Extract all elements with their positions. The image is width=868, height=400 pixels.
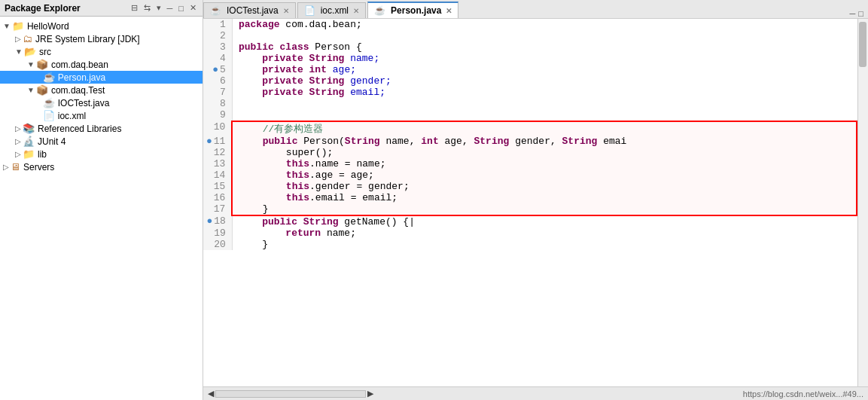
tab-close-btn[interactable]: ✕: [353, 7, 359, 15]
chevron-icon: ▷: [3, 163, 9, 171]
line-number: 19: [203, 227, 232, 239]
code-line-1: 1package com.daq.bean;: [203, 19, 857, 30]
code-line-8: 8: [203, 98, 857, 109]
line-code[interactable]: //有参构造器: [232, 121, 857, 136]
line-code[interactable]: this.age = age;: [232, 169, 857, 181]
code-line-3: 3public class Person {: [203, 41, 857, 53]
tab-ioc[interactable]: 📄ioc.xml✕: [297, 2, 366, 18]
minimize-btn[interactable]: ─: [166, 3, 175, 14]
maximize-editor-btn[interactable]: □: [858, 9, 863, 18]
line-code[interactable]: public String getName() {|: [232, 215, 857, 227]
code-line-2: 2: [203, 30, 857, 41]
code-line-6: 6 private String gender;: [203, 75, 857, 87]
tree-item-com-daq-test[interactable]: ▼📦com.daq.Test: [0, 84, 203, 96]
code-line-17: 17 }: [203, 203, 857, 215]
java-tab-icon: ☕: [210, 5, 221, 16]
tree-item-ioctest-java[interactable]: ☕IOCTest.java: [0, 96, 203, 109]
line-code[interactable]: [232, 109, 857, 121]
token: [239, 147, 285, 158]
editor-panel: ☕IOCTest.java✕📄ioc.xml✕☕Person.java✕ ─ □…: [203, 0, 868, 400]
scroll-left-btn[interactable]: ◀: [208, 389, 214, 398]
tree-item-lib[interactable]: ▷📁lib: [0, 148, 203, 160]
link-with-editor-btn[interactable]: ⇆: [142, 2, 152, 14]
code-line-12: 12 super();: [203, 147, 857, 158]
token: [239, 87, 262, 98]
line-code[interactable]: return name;: [232, 227, 857, 239]
line-number: 4: [203, 53, 232, 64]
chevron-icon: [39, 73, 41, 81]
token: age;: [333, 64, 356, 75]
scroll-right-btn[interactable]: ▶: [367, 389, 373, 398]
minimize-editor-btn[interactable]: ─: [850, 9, 856, 18]
tab-close-btn[interactable]: ✕: [446, 7, 452, 15]
token: getName() {|: [344, 216, 415, 227]
scrollbar-thumb[interactable]: [859, 22, 866, 67]
token: }: [239, 203, 268, 215]
line-number: 12: [203, 147, 232, 158]
tree-item-label: com.daq.bean: [51, 60, 108, 70]
token: return: [285, 227, 327, 239]
line-number: 7: [203, 87, 232, 98]
tree-item-jre[interactable]: ▷🗂JRE System Library [JDK]: [0, 32, 203, 45]
line-code[interactable]: super();: [232, 147, 857, 158]
token: class: [280, 41, 315, 53]
collapse-all-btn[interactable]: ⊟: [129, 2, 139, 14]
tab-label: Person.java: [391, 5, 441, 16]
line-code[interactable]: package com.daq.bean;: [232, 19, 857, 30]
tree-item-ioc-xml[interactable]: 📄ioc.xml: [0, 109, 203, 122]
maximize-btn[interactable]: □: [177, 3, 185, 14]
tree-item-src[interactable]: ▼📂src: [0, 45, 203, 58]
tab-Person[interactable]: ☕Person.java✕: [367, 2, 458, 18]
line-code[interactable]: private String name;: [232, 53, 857, 64]
token: private: [262, 53, 309, 64]
line-number: 10: [203, 121, 232, 136]
token: gender,: [515, 136, 562, 147]
view-menu-btn[interactable]: ▾: [155, 2, 163, 14]
line-number: 8: [203, 98, 232, 109]
line-code[interactable]: private String email;: [232, 87, 857, 98]
line-code[interactable]: [232, 30, 857, 41]
token: public: [262, 216, 303, 227]
line-code[interactable]: }: [232, 239, 857, 250]
token: String: [562, 136, 604, 147]
token: String: [309, 53, 351, 64]
close-panel-btn[interactable]: ✕: [188, 2, 198, 14]
java-icon: ☕: [43, 97, 55, 108]
token: private: [262, 87, 309, 98]
vertical-scrollbar[interactable]: [857, 19, 868, 386]
tab-IOCTest[interactable]: ☕IOCTest.java✕: [203, 2, 296, 18]
ref-icon: 📚: [23, 123, 35, 134]
tree-item-label: Referenced Libraries: [38, 124, 121, 134]
tree-item-person-java[interactable]: ☕Person.java: [0, 71, 203, 84]
line-code[interactable]: public class Person {: [232, 41, 857, 53]
line-code[interactable]: public Person(String name, int age, Stri…: [232, 136, 857, 147]
line-code[interactable]: [232, 98, 857, 109]
line-code[interactable]: private String gender;: [232, 75, 857, 87]
horizontal-scrollbar[interactable]: [215, 390, 366, 398]
chevron-icon: ▼: [3, 22, 11, 30]
tab-label: ioc.xml: [321, 5, 349, 16]
tab-close-btn[interactable]: ✕: [283, 7, 289, 15]
tree-item-servers[interactable]: ▷🖥Servers: [0, 160, 203, 173]
code-line-13: 13 this.name = name;: [203, 158, 857, 169]
package-explorer-panel: Package Explorer ⊟ ⇆ ▾ ─ □ ✕ ▼📁HelloWord…: [0, 0, 203, 400]
line-code[interactable]: }: [232, 203, 857, 215]
code-editor[interactable]: 1package com.daq.bean;2 3public class Pe…: [203, 19, 857, 386]
line-code[interactable]: this.gender = gender;: [232, 181, 857, 192]
token: this: [286, 158, 309, 169]
line-code[interactable]: this.name = name;: [232, 158, 857, 169]
token: name;: [350, 53, 379, 64]
tree-item-com-daq-bean[interactable]: ▼📦com.daq.bean: [0, 58, 203, 71]
chevron-icon: ▷: [15, 35, 21, 43]
token: super();: [286, 147, 333, 158]
line-code[interactable]: this.email = email;: [232, 192, 857, 203]
jre-icon: 🗂: [23, 33, 32, 44]
chevron-icon: ▼: [15, 47, 23, 56]
servers-icon: 🖥: [11, 161, 20, 173]
panel-title: Package Explorer: [5, 3, 81, 14]
line-code[interactable]: private int age;: [232, 64, 857, 75]
tree-item-helloword[interactable]: ▼📁HelloWord: [0, 20, 203, 32]
chevron-icon: [39, 99, 41, 107]
tree-item-referenced-libraries[interactable]: ▷📚Referenced Libraries: [0, 122, 203, 135]
tree-item-junit-4[interactable]: ▷🔬JUnit 4: [0, 135, 203, 148]
